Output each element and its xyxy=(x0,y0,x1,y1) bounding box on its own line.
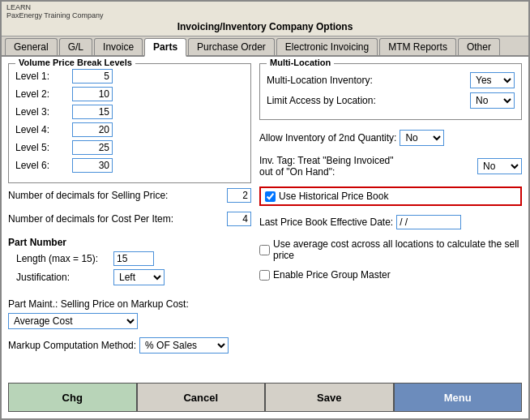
use-average-cost-checkbox[interactable] xyxy=(259,245,270,255)
level5-label: Level 5: xyxy=(15,142,72,153)
level5-row: Level 5: xyxy=(15,140,244,155)
level4-label: Level 4: xyxy=(15,124,72,135)
level3-label: Level 3: xyxy=(15,106,72,118)
level6-label: Level 6: xyxy=(15,160,72,171)
cost-decimals-label: Number of decimals for Cost Per Item: xyxy=(8,213,224,225)
company-name: PaxEnergy Training Company xyxy=(6,11,524,19)
selling-decimals-row: Number of decimals for Selling Price: xyxy=(8,188,251,203)
inv-tag-label1: Inv. Tag: Treat "Being Invoiced" xyxy=(259,155,474,166)
title-bar: LEARN PaxEnergy Training Company Invoici… xyxy=(2,2,528,36)
inv-tag-label2: out of "On Hand": xyxy=(259,166,474,178)
footer: Chg Cancel Save Menu xyxy=(8,383,522,412)
tab-gl[interactable]: G/L xyxy=(59,38,92,55)
multi-location-title: Multi-Location xyxy=(267,58,334,67)
historical-price-book-area: Use Historical Price Book xyxy=(259,186,522,206)
historical-price-book-label: Use Historical Price Book xyxy=(279,191,388,202)
main-window: LEARN PaxEnergy Training Company Invoici… xyxy=(0,0,530,420)
right-panel: Multi-Location Multi-Location Inventory:… xyxy=(259,63,522,378)
inv-tag-row: Inv. Tag: Treat "Being Invoiced" out of … xyxy=(259,155,522,178)
limit-access-label: Limit Access by Location: xyxy=(267,95,470,106)
level2-row: Level 2: xyxy=(15,87,244,101)
pn-length-input[interactable] xyxy=(113,251,154,266)
main-area: Volume Price Break Levels Level 1: Level… xyxy=(8,63,522,378)
volume-price-break-title: Volume Price Break Levels xyxy=(15,58,135,67)
level4-input[interactable] xyxy=(72,122,113,137)
part-maint-section: Part Maint.: Selling Price on Markup Cos… xyxy=(8,298,251,329)
multi-location-inventory-label: Multi-Location Inventory: xyxy=(267,75,470,86)
part-maint-label: Part Maint.: Selling Price on Markup Cos… xyxy=(8,298,251,310)
level2-input[interactable] xyxy=(72,87,113,101)
pn-justification-label: Justification: xyxy=(16,272,113,283)
cost-decimals-row: Number of decimals for Cost Per Item: xyxy=(8,212,251,226)
allow-inventory-label: Allow Inventory of 2nd Quantity: xyxy=(259,132,396,144)
tab-mtm-reports[interactable]: MTM Reports xyxy=(379,38,456,55)
part-number-title: Part Number xyxy=(8,237,251,248)
selling-decimals-label: Number of decimals for Selling Price: xyxy=(8,190,224,201)
historical-price-book-checkbox[interactable] xyxy=(265,191,276,202)
level3-row: Level 3: xyxy=(15,105,244,119)
tab-general[interactable]: General xyxy=(5,38,58,55)
selling-decimals-input[interactable] xyxy=(227,188,251,203)
tab-other[interactable]: Other xyxy=(458,38,500,55)
multi-location-inventory-row: Multi-Location Inventory: Yes No xyxy=(267,72,515,88)
last-price-book-date-row: Last Price Book Effective Date: xyxy=(259,215,522,229)
menu-button[interactable]: Menu xyxy=(394,383,523,412)
enable-price-group-row: Enable Price Group Master xyxy=(259,269,522,281)
level2-label: Level 2: xyxy=(15,88,72,100)
tab-electronic-invoicing[interactable]: Electronic Invoicing xyxy=(276,38,378,55)
level4-row: Level 4: xyxy=(15,122,244,137)
tabs-bar: General G/L Invoice Parts Purchase Order… xyxy=(2,36,528,57)
pn-length-label: Length (max = 15): xyxy=(16,253,113,264)
markup-label: Markup Computation Method: xyxy=(8,340,136,351)
limit-access-select[interactable]: No Yes xyxy=(470,92,515,109)
level1-input[interactable] xyxy=(72,69,113,84)
last-price-book-label: Last Price Book Effective Date: xyxy=(259,216,393,228)
allow-inventory-row: Allow Inventory of 2nd Quantity: No Yes xyxy=(259,130,522,146)
pn-length-row: Length (max = 15): xyxy=(8,251,251,266)
left-panel: Volume Price Break Levels Level 1: Level… xyxy=(8,63,251,378)
level5-input[interactable] xyxy=(72,140,113,155)
use-average-cost-label: Use average cost across all locations to… xyxy=(273,238,522,261)
multi-location-group: Multi-Location Multi-Location Inventory:… xyxy=(259,63,522,120)
markup-row: Markup Computation Method: % OF Sales % … xyxy=(8,337,251,354)
cost-decimals-input[interactable] xyxy=(227,212,251,226)
pn-justification-select[interactable]: Left Right Center xyxy=(113,269,165,285)
part-maint-select[interactable]: Average Cost Last Cost Standard Cost xyxy=(8,313,138,329)
tab-purchase-order[interactable]: Purchase Order xyxy=(188,38,275,55)
multi-location-inventory-select[interactable]: Yes No xyxy=(470,72,515,88)
level6-row: Level 6: xyxy=(15,158,244,173)
content-area: Volume Price Break Levels Level 1: Level… xyxy=(2,57,528,418)
learn-label: LEARN xyxy=(6,3,524,11)
last-price-book-date-input[interactable] xyxy=(396,215,461,229)
save-button[interactable]: Save xyxy=(265,383,394,412)
pn-justification-row: Justification: Left Right Center xyxy=(8,269,251,285)
level6-input[interactable] xyxy=(72,158,113,173)
volume-price-break-group: Volume Price Break Levels Level 1: Level… xyxy=(8,63,251,183)
cancel-button[interactable]: Cancel xyxy=(137,383,266,412)
markup-select[interactable]: % OF Sales % OF Cost xyxy=(139,337,229,354)
level1-label: Level 1: xyxy=(15,71,72,82)
limit-access-row: Limit Access by Location: No Yes xyxy=(267,92,515,109)
level3-input[interactable] xyxy=(72,105,113,119)
level1-row: Level 1: xyxy=(15,69,244,84)
use-average-cost-row: Use average cost across all locations to… xyxy=(259,238,522,261)
inv-tag-select[interactable]: No Yes xyxy=(477,158,522,174)
chg-button[interactable]: Chg xyxy=(8,383,137,412)
enable-price-group-label: Enable Price Group Master xyxy=(273,269,391,281)
tab-parts[interactable]: Parts xyxy=(144,38,186,57)
window-title: Invoicing/Inventory Company Options xyxy=(6,19,524,34)
part-number-section: Part Number Length (max = 15): Justifica… xyxy=(8,237,251,289)
enable-price-group-checkbox[interactable] xyxy=(259,270,270,281)
allow-inventory-select[interactable]: No Yes xyxy=(400,130,444,146)
inv-tag-label-block: Inv. Tag: Treat "Being Invoiced" out of … xyxy=(259,155,474,178)
tab-invoice[interactable]: Invoice xyxy=(94,38,143,55)
